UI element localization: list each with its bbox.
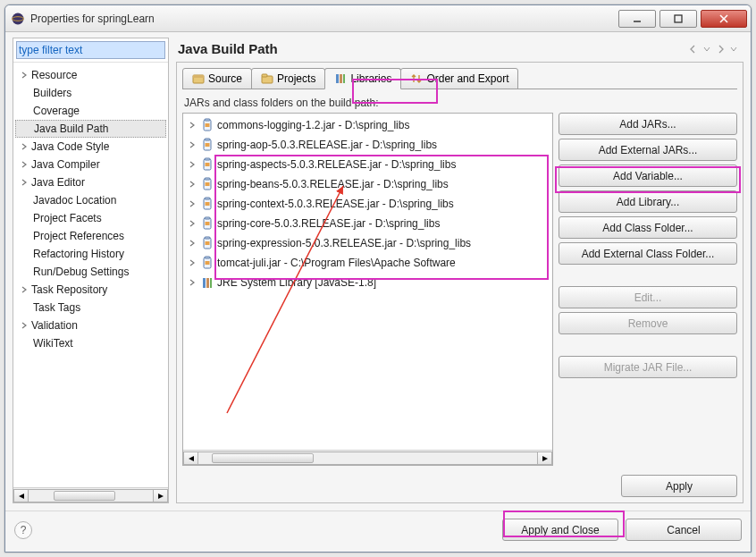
add-library-button[interactable]: Add Library... [559,190,737,213]
jar-icon [201,157,214,172]
add-variable-button[interactable]: Add Variable... [559,165,737,187]
tab-libraries[interactable]: Libraries [324,68,401,89]
minimize-button[interactable] [618,10,656,28]
sidebar-item-java-compiler[interactable]: Java Compiler [15,156,166,173]
category-tree[interactable]: ResourceBuildersCoverageJava Build PathJ… [13,63,168,487]
jar-list-label: JARs and class folders on the build path… [182,89,737,113]
sidebar-item-coverage[interactable]: Coverage [15,102,166,120]
eclipse-icon [11,12,25,26]
jar-entry[interactable]: JRE System Library [JavaSE-1.8] [183,273,552,292]
scroll-left-icon[interactable]: ◂ [13,489,29,502]
nav-forward-icon[interactable] [713,42,727,56]
jar-icon [201,256,214,270]
jar-entry-label: commons-logging-1.2.jar - D:\spring_libs [217,119,409,131]
add-class-folder-button[interactable]: Add Class Folder... [559,216,737,239]
svg-rect-27 [205,198,210,199]
help-icon[interactable]: ? [14,521,32,539]
sidebar-item-label: Coverage [33,105,80,117]
svg-rect-28 [206,202,210,206]
svg-rect-25 [206,182,210,186]
sidebar-item-label: Validation [31,319,78,332]
jar-entry-label: spring-context-5.0.3.RELEASE.jar - D:\sp… [217,198,454,210]
svg-rect-22 [206,163,210,166]
sidebar-item-label: Project Facets [33,212,102,224]
jar-entry[interactable]: tomcat-juli.jar - C:\Program Files\Apach… [183,253,552,273]
apply-button[interactable]: Apply [621,475,737,497]
sidebar-item-java-code-style[interactable]: Java Code Style [15,138,166,156]
sidebar-item-project-facets[interactable]: Project Facets [15,209,166,227]
scroll-left-icon[interactable]: ◂ [183,452,198,465]
jar-icon [201,197,214,211]
sidebar-item-java-editor[interactable]: Java Editor [15,173,166,191]
svg-rect-11 [336,74,339,83]
filter-input[interactable] [16,41,165,59]
jar-list[interactable]: commons-logging-1.2.jar - D:\spring_libs… [183,114,552,450]
properties-dialog: Properties for springLearn ResourceBuild… [4,4,752,553]
tab-order-and-export[interactable]: Order and Export [400,68,518,89]
svg-rect-13 [343,74,345,83]
scroll-right-icon[interactable]: ▸ [153,489,168,502]
sidebar-item-label: Run/Debug Settings [33,266,129,278]
sidebar-item-project-references[interactable]: Project References [15,227,166,245]
sidebar-item-task-tags[interactable]: Task Tags [15,299,166,316]
svg-rect-31 [206,222,210,225]
tab-projects[interactable]: Projects [251,68,325,89]
maximize-button[interactable] [659,10,697,28]
sidebar-item-resource[interactable]: Resource [15,66,166,84]
sidebar-item-javadoc-location[interactable]: Javadoc Location [15,191,166,209]
jar-entry-label: spring-aop-5.0.3.RELEASE.jar - D:\spring… [217,139,437,151]
add-external-jars-button[interactable]: Add External JARs... [559,139,737,161]
sidebar-item-task-repository[interactable]: Task Repository [15,281,166,299]
svg-rect-10 [262,74,267,77]
svg-rect-33 [205,237,210,239]
edit-button[interactable]: Edit... [559,286,737,308]
jar-entry[interactable]: spring-expression-5.0.3.RELEASE.jar - D:… [183,233,552,253]
chevron-right-icon [187,179,197,190]
sidebar-item-refactoring-history[interactable]: Refactoring History [15,245,166,263]
scroll-thumb[interactable] [212,453,314,463]
sidebar-item-label: Java Compiler [31,158,100,171]
tab-label: Order and Export [426,72,508,85]
sidebar-item-run-debug-settings[interactable]: Run/Debug Settings [15,263,166,281]
scroll-right-icon[interactable]: ▸ [537,452,552,465]
sidebar-item-label: WikiText [33,337,73,350]
jar-list-scrollbar[interactable]: ◂ ▸ [183,450,552,465]
sidebar-scrollbar[interactable]: ◂ ▸ [13,487,168,502]
jar-entry-label: JRE System Library [JavaSE-1.8] [217,276,376,289]
jar-entry[interactable]: spring-beans-5.0.3.RELEASE.jar - D:\spri… [183,174,552,194]
nav-back-menu-icon[interactable] [702,42,711,56]
sidebar-item-builders[interactable]: Builders [15,84,166,102]
apply-close-button[interactable]: Apply and Close [502,519,618,541]
title-bar: Properties for springLearn [5,5,751,32]
svg-rect-8 [193,75,204,78]
svg-rect-4 [675,15,682,22]
add-jars-button[interactable]: Add JARs... [559,113,737,135]
jar-entry-label: spring-expression-5.0.3.RELEASE.jar - D:… [217,237,471,249]
sidebar-item-validation[interactable]: Validation [15,316,166,334]
nav-back-icon[interactable] [686,42,701,56]
nav-forward-menu-icon[interactable] [729,42,738,56]
chevron-right-icon [187,139,197,150]
jar-entry[interactable]: spring-aop-5.0.3.RELEASE.jar - D:\spring… [183,135,552,155]
jar-entry[interactable]: spring-core-5.0.3.RELEASE.jar - D:\sprin… [183,214,552,233]
jar-entry[interactable]: spring-context-5.0.3.RELEASE.jar - D:\sp… [183,194,552,214]
close-button[interactable] [701,10,747,28]
scroll-thumb[interactable] [54,491,116,501]
projects-icon [261,72,273,85]
jar-icon [201,236,214,250]
jar-entry-label: spring-aspects-5.0.3.RELEASE.jar - D:\sp… [217,158,456,171]
tab-source[interactable]: Source [182,68,252,89]
sidebar-item-wikitext[interactable]: WikiText [15,334,166,352]
add-external-class-folder-button[interactable]: Add External Class Folder... [559,242,737,265]
remove-button[interactable]: Remove [559,312,737,334]
jar-icon [201,216,214,231]
jar-entry-label: spring-beans-5.0.3.RELEASE.jar - D:\spri… [217,178,449,190]
svg-rect-40 [210,278,212,288]
migrate-jar-button[interactable]: Migrate JAR File... [559,356,737,378]
jar-entry[interactable]: commons-logging-1.2.jar - D:\spring_libs [183,115,552,135]
sidebar-item-java-build-path[interactable]: Java Build Path [15,120,166,138]
jar-entry[interactable]: spring-aspects-5.0.3.RELEASE.jar - D:\sp… [183,155,552,174]
svg-rect-37 [206,261,210,265]
cancel-button[interactable]: Cancel [626,519,742,541]
chevron-right-icon [187,238,197,249]
